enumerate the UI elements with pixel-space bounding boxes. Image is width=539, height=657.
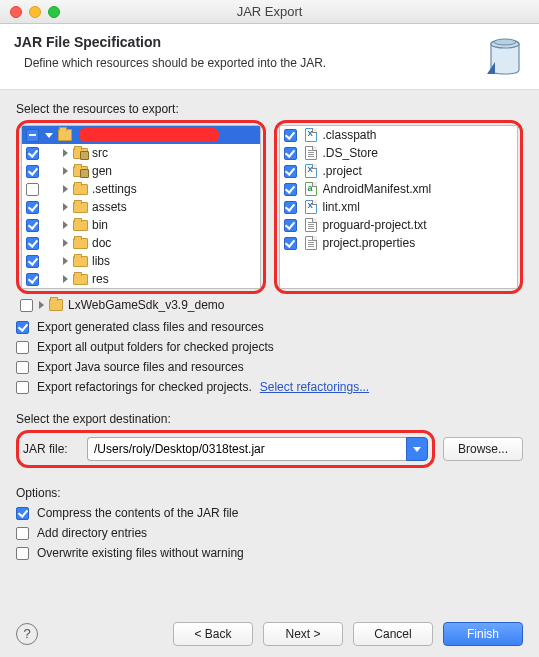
tree-item-label: bin <box>92 218 108 232</box>
tree-item-extra[interactable]: LxWebGameSdk_v3.9_demo <box>16 296 266 314</box>
titlebar: JAR Export <box>0 0 539 24</box>
checkbox[interactable] <box>16 507 29 520</box>
tree-item[interactable]: bin <box>22 216 260 234</box>
export-classfiles-checkbox[interactable]: Export generated class files and resourc… <box>16 320 523 334</box>
checkbox-label: Export Java source files and resources <box>37 360 244 374</box>
export-source-checkbox[interactable]: Export Java source files and resources <box>16 360 523 374</box>
directory-entries-checkbox[interactable]: Add directory entries <box>16 526 523 540</box>
tree-item[interactable]: res <box>22 270 260 288</box>
highlight-right: .classpath .DS_Store .project AndroidMan… <box>274 120 524 294</box>
jar-file-combo[interactable] <box>87 437 428 461</box>
expand-icon[interactable] <box>63 257 68 265</box>
list-item-label: AndroidManifest.xml <box>323 182 432 196</box>
list-item-label: .project <box>323 164 362 178</box>
folder-icon <box>72 182 88 196</box>
list-item[interactable]: lint.xml <box>280 198 518 216</box>
options-heading: Options: <box>16 486 523 500</box>
checkbox[interactable] <box>16 361 29 374</box>
package-folder-icon <box>72 164 88 178</box>
checkbox[interactable] <box>284 237 297 250</box>
list-item[interactable]: proguard-project.txt <box>280 216 518 234</box>
list-item-label: .classpath <box>323 128 377 142</box>
file-icon <box>303 200 319 214</box>
wizard-header: JAR File Specification Define which reso… <box>0 24 539 90</box>
checkbox[interactable] <box>26 255 39 268</box>
project-icon <box>57 128 73 142</box>
cancel-button[interactable]: Cancel <box>353 622 433 646</box>
dropdown-icon[interactable] <box>406 437 428 461</box>
export-refactorings-checkbox[interactable]: Export refactorings for checked projects… <box>16 380 523 394</box>
list-item-label: proguard-project.txt <box>323 218 427 232</box>
expand-icon[interactable] <box>39 301 44 309</box>
checkbox[interactable] <box>26 129 39 142</box>
tree-item[interactable]: assets <box>22 198 260 216</box>
list-item[interactable]: .DS_Store <box>280 144 518 162</box>
package-folder-icon <box>72 146 88 160</box>
expand-icon[interactable] <box>63 185 68 193</box>
checkbox[interactable] <box>20 299 33 312</box>
overwrite-checkbox[interactable]: Overwrite existing files without warning <box>16 546 523 560</box>
list-item[interactable]: project.properties <box>280 234 518 252</box>
export-output-folders-checkbox[interactable]: Export all output folders for checked pr… <box>16 340 523 354</box>
expand-icon[interactable] <box>63 221 68 229</box>
checkbox[interactable] <box>26 201 39 214</box>
tree-item[interactable]: doc <box>22 234 260 252</box>
file-list[interactable]: .classpath .DS_Store .project AndroidMan… <box>279 125 519 289</box>
checkbox[interactable] <box>284 183 297 196</box>
expand-icon[interactable] <box>45 133 53 138</box>
tree-item[interactable]: .settings <box>22 180 260 198</box>
help-button[interactable]: ? <box>16 623 38 645</box>
checkbox[interactable] <box>26 165 39 178</box>
finish-button[interactable]: Finish <box>443 622 523 646</box>
checkbox[interactable] <box>284 129 297 142</box>
jar-icon <box>485 34 525 79</box>
expand-icon[interactable] <box>63 275 68 283</box>
checkbox[interactable] <box>26 219 39 232</box>
compress-checkbox[interactable]: Compress the contents of the JAR file <box>16 506 523 520</box>
list-item[interactable]: .classpath <box>280 126 518 144</box>
select-refactorings-link[interactable]: Select refactorings... <box>260 380 369 394</box>
checkbox[interactable] <box>284 201 297 214</box>
checkbox[interactable] <box>16 381 29 394</box>
checkbox[interactable] <box>26 237 39 250</box>
next-button[interactable]: Next > <box>263 622 343 646</box>
checkbox-label: Overwrite existing files without warning <box>37 546 244 560</box>
expand-icon[interactable] <box>63 203 68 211</box>
checkbox[interactable] <box>284 219 297 232</box>
folder-icon <box>72 254 88 268</box>
checkbox[interactable] <box>284 147 297 160</box>
list-item[interactable]: AndroidManifest.xml <box>280 180 518 198</box>
checkbox-label: Export refactorings for checked projects… <box>37 380 252 394</box>
expand-icon[interactable] <box>63 149 68 157</box>
expand-icon[interactable] <box>63 167 68 175</box>
expand-icon[interactable] <box>63 239 68 247</box>
checkbox[interactable] <box>284 165 297 178</box>
file-icon <box>303 236 319 250</box>
list-item-label: project.properties <box>323 236 416 250</box>
list-item-label: lint.xml <box>323 200 360 214</box>
checkbox[interactable] <box>16 547 29 560</box>
file-icon <box>303 128 319 142</box>
file-icon <box>303 218 319 232</box>
window-title: JAR Export <box>0 4 539 19</box>
folder-icon <box>72 236 88 250</box>
checkbox[interactable] <box>16 321 29 334</box>
tree-item[interactable]: libs <box>22 252 260 270</box>
checkbox[interactable] <box>26 273 39 286</box>
checkbox[interactable] <box>16 527 29 540</box>
jar-file-input[interactable] <box>87 437 406 461</box>
tree-item-label: src <box>92 146 108 160</box>
tree-root-label <box>79 128 219 142</box>
tree-item[interactable]: src <box>22 144 260 162</box>
resource-tree[interactable]: src gen .settings assets bin doc libs re… <box>21 125 261 289</box>
checkbox[interactable] <box>16 341 29 354</box>
tree-root-item[interactable] <box>22 126 260 144</box>
tree-item-label: doc <box>92 236 111 250</box>
checkbox[interactable] <box>26 147 39 160</box>
checkbox[interactable] <box>26 183 39 196</box>
back-button[interactable]: < Back <box>173 622 253 646</box>
browse-button[interactable]: Browse... <box>443 437 523 461</box>
list-item[interactable]: .project <box>280 162 518 180</box>
tree-item[interactable]: gen <box>22 162 260 180</box>
page-title: JAR File Specification <box>14 34 326 50</box>
